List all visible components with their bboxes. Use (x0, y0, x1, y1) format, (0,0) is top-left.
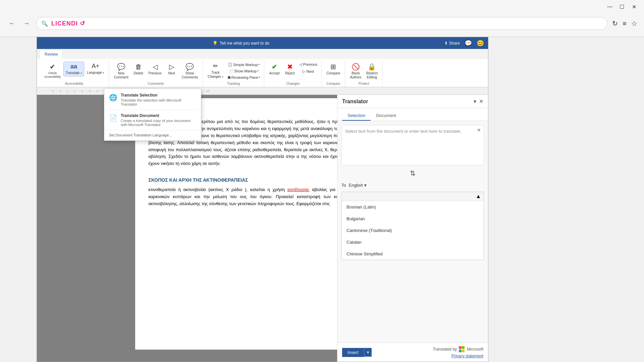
previous-comment-button[interactable]: ◁ Previous (147, 62, 164, 76)
restrict-editing-button[interactable]: 🔒 RestrictEditing (364, 62, 380, 80)
share-area: ⬆ Share 💬 😊 (444, 40, 484, 47)
search-icon: 🔍 (41, 20, 48, 27)
menu-button[interactable]: ≡ (623, 20, 627, 27)
lang-option-catalan[interactable]: Catalan (342, 236, 484, 248)
block-authors-icon: 🚫 (352, 63, 360, 71)
accept-button[interactable]: ✔ Accept (267, 62, 282, 76)
tab-selection[interactable]: Selection (342, 111, 371, 121)
maximize-button[interactable]: ☐ (619, 3, 625, 10)
previous-comment-icon: ◁ (153, 63, 158, 71)
forward-button[interactable]: → (21, 18, 32, 29)
word-application: 💡 Tell me what you want to do ⬆ Share 💬 … (37, 37, 488, 362)
para2-link[interactable]: ιοντίζουσας (287, 187, 310, 192)
comment-icon[interactable]: 💬 (465, 40, 472, 47)
show-comments-button[interactable]: 💬 ShowComments (180, 62, 200, 80)
previous-change-button[interactable]: ◁ Previous (298, 62, 319, 67)
tracking-buttons: ✏ TrackChanges ▾ 📋 Simple Markup ▾ (206, 60, 261, 80)
restrict-editing-icon: 🔒 (368, 63, 376, 71)
compare-button[interactable]: ⊞ Compare (324, 62, 342, 76)
show-markup-row: 📄 Show Markup ▾ (229, 69, 259, 73)
insert-button[interactable]: Insert (342, 348, 364, 357)
reviewing-pane-arrow: ▾ (259, 76, 260, 79)
reject-icon: ✖ (287, 63, 293, 71)
ribbon-group-changes: ✔ Accept ✖ Reject ◁ Previous ▷ Next (264, 60, 322, 87)
show-comments-icon: 💬 (185, 63, 194, 71)
microsoft-logo (459, 346, 465, 352)
ribbon-group-protect: 🚫 BlockAuthors 🔒 RestrictEditing Protect (345, 60, 382, 87)
language-selector[interactable]: English ▾ (349, 183, 367, 188)
share-button[interactable]: ⬆ Share (444, 41, 460, 46)
new-comment-button[interactable]: 💬 NewComment (112, 62, 130, 80)
set-translation-language-item[interactable]: Set Document Translation Language... (104, 131, 201, 139)
reviewing-pane-button[interactable]: ▣ Reviewing Pane ▾ (226, 74, 262, 80)
tab-document[interactable]: Document (371, 111, 401, 121)
changes-buttons: ✔ Accept ✖ Reject ◁ Previous ▷ Next (267, 60, 319, 80)
tell-me-bar[interactable]: 💡 Tell me what you want to do (41, 41, 441, 46)
minimize-button[interactable]: — (606, 3, 613, 10)
insert-dropdown-button[interactable]: ▾ (364, 348, 372, 357)
translate-button[interactable]: aa Translate ▾ (63, 62, 84, 76)
compare-label: Compare (324, 80, 342, 87)
translator-placeholder: Select text from the document or enter t… (345, 129, 462, 134)
close-button[interactable]: ✕ (631, 3, 637, 10)
ms-logo-red (459, 346, 462, 349)
translator-header-icons: ▾ ✕ (474, 98, 483, 105)
translated-by-label: Translated by (433, 347, 457, 352)
privacy-statement-link[interactable]: Privacy statement (451, 354, 483, 358)
next-change-button[interactable]: ▷ Next (298, 69, 319, 74)
check-accessibility-button[interactable]: ✔ CheckAccessibility (42, 62, 63, 80)
translate-selection-title: Translate Selection (121, 93, 196, 98)
simple-markup-row: 📋 Simple Markup ▾ (228, 62, 260, 67)
back-button[interactable]: ← (7, 18, 17, 29)
translate-document-title: Translate Document (121, 113, 196, 118)
translate-selection-item[interactable]: 🌐 Translate Selection Translate the sele… (104, 90, 201, 109)
next-comment-button[interactable]: ▷ Next (164, 62, 179, 76)
translate-document-item[interactable]: 📄 Translate Document Create a translated… (104, 111, 201, 129)
swap-languages-button[interactable]: ⇅ (341, 168, 484, 179)
accept-icon: ✔ (272, 63, 277, 71)
language-button[interactable]: A+ Language ▾ (85, 62, 106, 76)
insert-button-group: Insert ▾ (342, 348, 372, 357)
changes-label: Changes (267, 80, 319, 87)
microsoft-badge: Translated by Microsoft (433, 346, 483, 352)
translator-input[interactable]: Select text from the document or enter t… (341, 125, 484, 165)
footer-left: Insert ▾ (342, 348, 372, 357)
translate-dropdown-menu: 🌐 Translate Selection Translate the sele… (104, 88, 201, 141)
reject-button[interactable]: ✖ Reject (282, 62, 297, 76)
address-bar[interactable]: 🔍 LICENDI ↺ (36, 17, 607, 30)
comments-label: Comments (112, 80, 200, 87)
translate-document-desc: Create a translated copy of your documen… (121, 119, 196, 127)
show-markup-arrow: ▾ (257, 69, 259, 72)
lang-option-bulgarian[interactable]: Bulgarian (342, 213, 484, 225)
tell-me-text: Tell me what you want to do (220, 41, 269, 46)
lang-option-bosnian[interactable]: Bosnian (Latin) (342, 201, 484, 213)
word-title-bar: 💡 Tell me what you want to do ⬆ Share 💬 … (37, 37, 488, 49)
track-changes-button[interactable]: ✏ TrackChanges ▾ (206, 62, 225, 80)
to-label: To (341, 183, 346, 188)
protect-label: Protect (348, 80, 379, 87)
ribbon-group-tracking: ✏ TrackChanges ▾ 📋 Simple Markup ▾ (203, 60, 264, 87)
emoji-face-icon[interactable]: 😊 (477, 40, 484, 47)
ribbon-group-accessibility: ✔ CheckAccessibility aa Translate ▾ A+ L… (40, 60, 109, 87)
markup-column: 📋 Simple Markup ▾ 📄 Show Markup ▾ (226, 62, 262, 80)
translator-input-close[interactable]: ✕ (477, 127, 481, 133)
block-authors-button[interactable]: 🚫 BlockAuthors (348, 62, 363, 80)
reviewing-pane-row: ▣ Reviewing Pane ▾ (227, 75, 260, 79)
lang-option-cantonese[interactable]: Cantonese (Traditional) (342, 225, 484, 236)
accessibility-buttons: ✔ CheckAccessibility aa Translate ▾ A+ L… (42, 60, 106, 80)
menu-divider-2 (104, 130, 201, 130)
ms-logo-green (462, 346, 465, 349)
translator-close-icon[interactable]: ✕ (479, 98, 483, 105)
tab-review[interactable]: Review (40, 50, 63, 59)
scroll-up-icon[interactable]: ▲ (476, 193, 481, 199)
simple-markup-button[interactable]: 📋 Simple Markup ▾ (226, 62, 262, 67)
reload-button[interactable]: ↻ (612, 19, 618, 27)
translator-collapse-icon[interactable]: ▾ (474, 98, 476, 105)
comments-buttons: 💬 NewComment 🗑 Delete ◁ Previous ▷ Next (112, 60, 200, 80)
lang-option-chinese-simplified[interactable]: Chinese Simplified (342, 248, 484, 260)
show-markup-button[interactable]: 📄 Show Markup ▾ (226, 68, 262, 74)
bookmark-button[interactable]: ☆ (631, 19, 637, 27)
delete-comment-button[interactable]: 🗑 Delete (131, 62, 146, 76)
translate-selection-content: Translate Selection Translate the select… (121, 93, 196, 106)
tracking-label: Tracking (206, 80, 261, 87)
